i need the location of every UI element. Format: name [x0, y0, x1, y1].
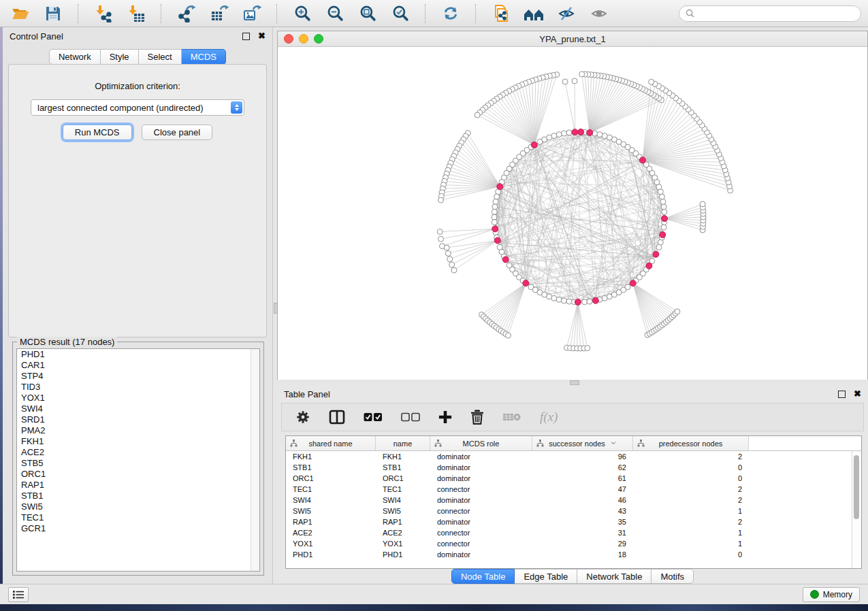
mcds-node[interactable] [646, 263, 652, 269]
mcds-result-item[interactable]: PMA2 [17, 425, 259, 436]
leaf-node[interactable] [562, 79, 568, 84]
network-node[interactable] [602, 133, 607, 139]
table-row[interactable]: PHD1PHD1dominator180 [286, 549, 861, 560]
table-settings-button[interactable] [295, 410, 310, 425]
refresh-view-button[interactable] [437, 3, 464, 24]
mcds-result-item[interactable]: PHD1 [17, 349, 259, 360]
table-tab-network-table[interactable]: Network Table [577, 569, 652, 584]
leaf-node[interactable] [475, 112, 480, 118]
mcds-result-item[interactable]: SWI5 [17, 501, 259, 512]
leaf-node[interactable] [438, 197, 444, 203]
table-row[interactable]: ORC1ORC1dominator610 [286, 473, 861, 484]
network-node[interactable] [492, 220, 497, 225]
mcds-node[interactable] [575, 299, 581, 305]
mcds-node[interactable] [630, 280, 636, 286]
open-network-button[interactable] [7, 3, 34, 24]
table-row[interactable]: STB1STB1dominator620 [286, 462, 861, 473]
network-node[interactable] [662, 209, 667, 214]
network-node[interactable] [587, 299, 592, 304]
mcds-result-item[interactable]: ORC1 [17, 469, 259, 480]
table-row[interactable]: FKH1FKH1dominator962 [286, 451, 861, 462]
delete-column-button[interactable] [470, 410, 484, 425]
table-row[interactable]: RAP1RAP1dominator352 [286, 516, 861, 527]
leaf-node[interactable] [438, 236, 444, 242]
zoom-out-button[interactable] [321, 3, 349, 24]
network-node[interactable] [561, 298, 566, 303]
save-session-button[interactable] [39, 3, 67, 24]
float-panel-icon[interactable] [838, 391, 846, 398]
export-network-button[interactable] [173, 3, 200, 24]
table-row[interactable]: SWI5SWI5connector431 [286, 506, 861, 516]
run-mcds-button[interactable]: Run MCDS [63, 125, 132, 140]
function-builder-button[interactable]: f(x) [540, 410, 558, 425]
mcds-node[interactable] [578, 129, 584, 135]
close-panel-icon[interactable]: ✖ [854, 391, 861, 397]
network-node[interactable] [492, 204, 498, 210]
table-tab-node-table[interactable]: Node Table [451, 569, 515, 584]
mcds-node[interactable] [502, 257, 509, 263]
leaf-node[interactable] [437, 229, 443, 235]
mcds-node[interactable] [639, 157, 645, 163]
mcds-node[interactable] [494, 237, 500, 244]
network-node[interactable] [494, 194, 500, 199]
mcds-result-item[interactable]: TEC1 [17, 512, 259, 523]
network-node[interactable] [492, 214, 497, 220]
column-header-successor-nodes[interactable]: successor nodes [532, 436, 633, 450]
splitter-handle[interactable] [570, 380, 579, 385]
first-neighbors-button[interactable] [520, 3, 547, 24]
mcds-node[interactable] [492, 226, 498, 232]
leaf-node[interactable] [451, 267, 457, 273]
network-node[interactable] [493, 199, 498, 204]
leaf-node[interactable] [447, 257, 453, 262]
mcds-node[interactable] [523, 280, 529, 286]
split-columns-button[interactable] [329, 410, 345, 425]
network-node[interactable] [661, 204, 666, 210]
leaf-node[interactable] [585, 346, 590, 351]
leaf-node[interactable] [579, 71, 585, 77]
leaf-node[interactable] [700, 201, 705, 207]
control-tab-select[interactable]: Select [139, 49, 182, 65]
float-panel-icon[interactable] [242, 33, 250, 40]
network-node[interactable] [660, 199, 666, 204]
zoom-fit-button[interactable] [354, 3, 381, 24]
mcds-list-scrollbar[interactable] [251, 349, 259, 571]
close-panel-icon[interactable]: ✖ [258, 33, 266, 39]
optimization-criterion-select[interactable]: largest connected component (undirected) [31, 99, 244, 116]
close-panel-button[interactable]: Close panel [142, 125, 213, 140]
column-header-name[interactable]: name [376, 436, 430, 450]
import-network-button[interactable] [90, 3, 117, 24]
mcds-node[interactable] [653, 251, 659, 257]
control-tab-network[interactable]: Network [49, 49, 101, 65]
memory-button[interactable]: Memory [803, 587, 860, 602]
table-tab-motifs[interactable]: Motifs [652, 569, 694, 584]
delete-table-button[interactable] [502, 412, 521, 423]
network-node[interactable] [556, 297, 562, 302]
leaf-node[interactable] [445, 250, 451, 256]
mcds-result-item[interactable]: STB5 [17, 458, 259, 469]
network-node[interactable] [597, 132, 602, 137]
column-header-mcds-role[interactable]: MCDS role [430, 436, 532, 450]
zoom-in-button[interactable] [289, 3, 316, 24]
table-scrollbar[interactable] [852, 451, 861, 568]
mcds-result-item[interactable]: SRD1 [17, 414, 259, 425]
clone-network-button[interactable] [487, 3, 515, 24]
import-table-button[interactable] [123, 3, 150, 24]
column-header-predecessor-nodes[interactable]: predecessor nodes [633, 436, 749, 450]
leaf-node[interactable] [505, 333, 511, 338]
table-row[interactable]: SWI4SWI4dominator462 [286, 495, 861, 506]
network-canvas[interactable] [278, 47, 867, 380]
mcds-result-item[interactable]: RAP1 [17, 480, 259, 491]
deselect-all-button[interactable] [401, 412, 420, 422]
select-all-button[interactable] [364, 412, 383, 422]
network-node[interactable] [658, 240, 663, 245]
table-row[interactable]: YOX1YOX1connector291 [286, 538, 861, 549]
mcds-result-item[interactable]: SWI4 [17, 403, 259, 414]
leaf-node[interactable] [572, 78, 577, 84]
table-row[interactable]: ACE2ACE2connector311 [286, 527, 861, 538]
mcds-node[interactable] [660, 231, 666, 237]
network-node[interactable] [551, 295, 557, 301]
export-table-button[interactable] [206, 3, 233, 24]
mcds-node[interactable] [587, 129, 593, 135]
network-node[interactable] [661, 225, 666, 230]
network-node[interactable] [556, 132, 562, 137]
